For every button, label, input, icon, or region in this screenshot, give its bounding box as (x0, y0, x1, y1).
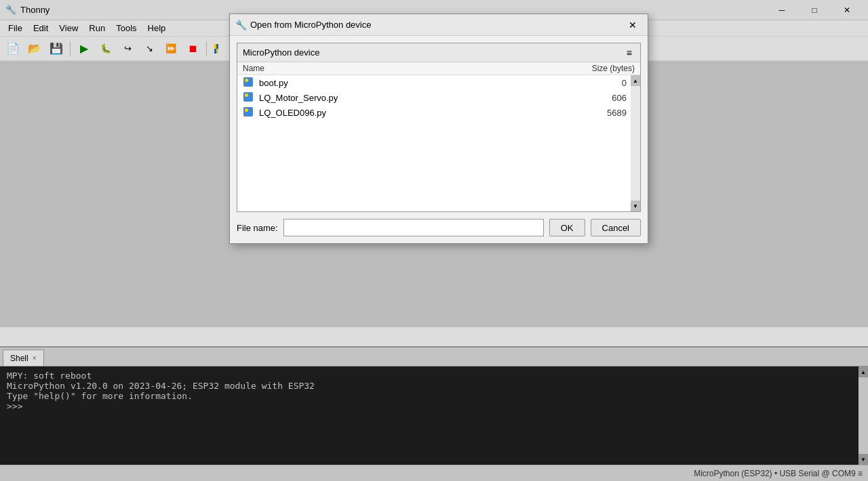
file-icon (243, 77, 256, 88)
dialog-icon: 🔧 (235, 20, 246, 30)
dialog-titlebar: 🔧 Open from MicroPython device ✕ (230, 14, 648, 36)
file-list-inner: boot.py0 LQ_Motor_Servo.py606 LQ_OLED096… (237, 75, 640, 120)
column-size: Size (bytes) (567, 64, 635, 73)
file-icon (243, 107, 256, 118)
file-browser-columns: Name Size (bytes) (237, 62, 640, 75)
dialog-close-button[interactable]: ✕ (623, 17, 642, 33)
open-dialog: 🔧 Open from MicroPython device ✕ MicroPy… (229, 14, 648, 244)
column-name: Name (243, 64, 567, 73)
file-browser-header: MicroPython device ≡ (237, 43, 640, 62)
file-name: LQ_Motor_Servo.py (259, 93, 559, 103)
file-row[interactable]: boot.py0 (237, 75, 640, 90)
current-location: MicroPython device (243, 47, 319, 58)
file-list: boot.py0 LQ_Motor_Servo.py606 LQ_OLED096… (237, 75, 640, 211)
scroll-down-button[interactable]: ▼ (631, 201, 640, 211)
file-row[interactable]: LQ_OLED096.py5689 (237, 105, 640, 120)
file-icon (243, 92, 256, 103)
filename-row: File name: OK Cancel (237, 219, 641, 236)
filename-label: File name: (237, 223, 278, 233)
dialog-title: Open from MicroPython device (250, 20, 623, 30)
filename-input[interactable] (283, 219, 544, 236)
browser-menu-button[interactable]: ≡ (624, 47, 635, 58)
file-row[interactable]: LQ_Motor_Servo.py606 (237, 90, 640, 105)
ok-button[interactable]: OK (549, 219, 585, 236)
cancel-button[interactable]: Cancel (591, 219, 641, 236)
file-browser: MicroPython device ≡ Name Size (bytes) b… (237, 43, 641, 212)
file-size: 0 (559, 78, 627, 88)
file-size: 606 (559, 93, 627, 103)
file-size: 5689 (559, 108, 627, 118)
dialog-body: MicroPython device ≡ Name Size (bytes) b… (230, 36, 648, 243)
scroll-up-button[interactable]: ▲ (631, 75, 640, 86)
file-browser-scrollbar[interactable]: ▲ ▼ (631, 75, 640, 211)
file-name: boot.py (259, 78, 559, 88)
file-name: LQ_OLED096.py (259, 108, 559, 118)
scroll-track (631, 86, 640, 201)
